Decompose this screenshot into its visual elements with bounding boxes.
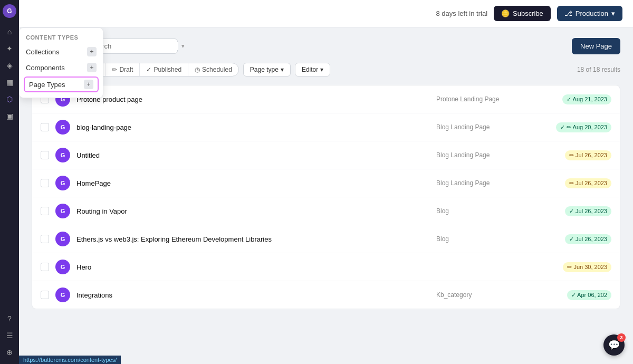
page-type-label: Page type — [250, 66, 279, 73]
avatar: G — [55, 204, 70, 218]
block-icon[interactable]: ▣ — [2, 109, 17, 123]
row-checkbox[interactable] — [41, 291, 49, 299]
row-date: ✓ Jul 26, 2023 — [548, 234, 611, 244]
date-badge: ✏ Jul 26, 2023 — [565, 178, 611, 188]
table-row: G Ethers.js vs web3.js: Exploring Ethere… — [32, 225, 620, 253]
new-page-button[interactable]: New Page — [572, 38, 620, 54]
draft-label: Draft — [119, 66, 133, 73]
row-checkbox[interactable] — [41, 123, 49, 131]
editor-filter[interactable]: Editor ▾ — [295, 63, 330, 76]
filter-scheduled[interactable]: ◷ Scheduled — [188, 63, 238, 76]
chevron-down-icon: ▾ — [611, 9, 615, 17]
row-checkbox[interactable] — [41, 235, 49, 243]
row-date: ✓ ✏ Aug 20, 2023 — [548, 122, 611, 132]
status-bar: https://buttercms.com/content-types/ — [19, 356, 121, 364]
published-label: Published — [154, 66, 181, 73]
filter-bar: ⊞ All ◎ In review ✏ Draft ✓ Published — [32, 63, 620, 76]
settings-icon[interactable]: ⊕ — [2, 345, 17, 360]
chat-icon: 💬 — [608, 339, 620, 351]
components-add-icon[interactable]: + — [87, 63, 97, 72]
row-checkbox[interactable] — [41, 207, 49, 215]
row-type: Blog — [436, 207, 542, 215]
production-button[interactable]: ⎇ Production ▾ — [557, 6, 622, 21]
row-date: ✏ Jun 30, 2023 — [548, 262, 611, 272]
avatar: G — [55, 120, 70, 135]
row-date: ✏ Jul 26, 2023 — [548, 178, 611, 188]
row-title[interactable]: HomePage — [76, 179, 430, 187]
main-content: 8 days left in trial 🪙 Subscribe ⎇ Produ… — [19, 0, 633, 364]
pages-header: Pages 🔍 ▾ New Page — [32, 38, 620, 54]
avatar: G — [55, 288, 70, 302]
collections-add-icon[interactable]: + — [87, 47, 97, 56]
subscribe-label: Subscribe — [513, 9, 543, 17]
avatar[interactable]: G — [3, 4, 16, 18]
filter-draft[interactable]: ✏ Draft — [106, 63, 140, 76]
date-badge: ✏ Jul 26, 2023 — [565, 150, 611, 160]
production-label: Production — [576, 9, 608, 17]
row-type: Blog Landing Page — [436, 151, 542, 159]
components-item[interactable]: Components + — [20, 60, 103, 75]
scheduled-label: Scheduled — [202, 66, 232, 73]
row-date: ✓ Apr 06, 202 — [548, 290, 611, 300]
table-row: G HomePage Blog Landing Page ✏ Jul 26, 2… — [32, 169, 620, 197]
row-type: Kb_category — [436, 291, 542, 299]
date-badge: ✓ Jul 26, 2023 — [565, 206, 611, 216]
results-count: 18 of 18 results — [577, 66, 620, 73]
published-icon: ✓ — [146, 66, 151, 73]
coin-icon: 🪙 — [501, 9, 510, 17]
row-title[interactable]: Routing in Vapor — [76, 207, 430, 215]
table-row: G Hero ✏ Jun 30, 2023 — [32, 253, 620, 281]
content-icon[interactable]: ⬡ — [2, 92, 17, 107]
row-title[interactable]: blog-landing-page — [76, 123, 430, 131]
row-date: ✏ Jul 26, 2023 — [548, 150, 611, 160]
chat-button[interactable]: 💬 3 — [603, 334, 625, 356]
avatar: G — [55, 232, 70, 246]
content-area: Content Types Collections + Components +… — [19, 27, 633, 364]
page-content: Pages 🔍 ▾ New Page ⊞ All — [19, 27, 633, 364]
date-badge: ✓ ✏ Aug 20, 2023 — [556, 122, 611, 132]
table-row: G Protone product page Protone Landing P… — [32, 85, 620, 113]
date-badge: ✓ Jul 26, 2023 — [565, 234, 611, 244]
topbar: 8 days left in trial 🪙 Subscribe ⎇ Produ… — [19, 0, 633, 27]
document-icon[interactable]: ◈ — [2, 58, 17, 73]
row-title[interactable]: Hero — [76, 263, 430, 271]
avatar: G — [55, 148, 70, 162]
sidebar: G ⌂ ✦ ◈ ▦ ⬡ ▣ ? ☰ ⊕ — [0, 0, 19, 364]
date-badge: ✓ Apr 06, 202 — [567, 290, 611, 300]
row-type: Protone Landing Page — [436, 95, 542, 103]
table-row: G Untitled Blog Landing Page ✏ Jul 26, 2… — [32, 141, 620, 169]
home-icon[interactable]: ⌂ — [2, 24, 17, 39]
subscribe-button[interactable]: 🪙 Subscribe — [494, 6, 551, 21]
pages-table: G Protone product page Protone Landing P… — [32, 85, 620, 309]
editor-label: Editor — [302, 66, 318, 73]
grid-icon[interactable]: ▦ — [2, 75, 17, 90]
menu-icon[interactable]: ☰ — [2, 328, 17, 343]
page-type-filter[interactable]: Page type ▾ — [243, 63, 291, 76]
draft-icon: ✏ — [112, 66, 117, 73]
row-title[interactable]: Protone product page — [76, 95, 430, 103]
row-type: Blog Landing Page — [436, 123, 542, 131]
table-row: G Routing in Vapor Blog ✓ Jul 26, 2023 — [32, 197, 620, 225]
help-icon[interactable]: ? — [2, 311, 17, 326]
row-title[interactable]: Integrations — [76, 291, 430, 299]
page-types-item[interactable]: Page Types + — [24, 76, 99, 92]
star-icon[interactable]: ✦ — [2, 41, 17, 56]
dropdown-title: Content Types — [20, 32, 103, 44]
row-title[interactable]: Untitled — [76, 151, 430, 159]
scheduled-icon: ◷ — [195, 66, 200, 73]
collections-item[interactable]: Collections + — [20, 44, 103, 60]
row-checkbox[interactable] — [41, 179, 49, 187]
row-checkbox[interactable] — [41, 151, 49, 159]
filter-published[interactable]: ✓ Published — [140, 63, 188, 76]
collections-label: Collections — [26, 48, 60, 56]
components-label: Components — [26, 64, 65, 72]
editor-chevron-icon: ▾ — [320, 66, 323, 73]
avatar: G — [55, 260, 70, 274]
trial-text: 8 days left in trial — [436, 9, 487, 17]
page-types-label: Page Types — [29, 81, 65, 89]
page-types-add-icon[interactable]: + — [84, 80, 93, 89]
row-checkbox[interactable] — [41, 263, 49, 271]
row-title[interactable]: Ethers.js vs web3.js: Exploring Ethereum… — [76, 235, 430, 243]
date-badge: ✏ Jun 30, 2023 — [563, 262, 611, 272]
page-type-chevron-icon: ▾ — [281, 66, 284, 73]
